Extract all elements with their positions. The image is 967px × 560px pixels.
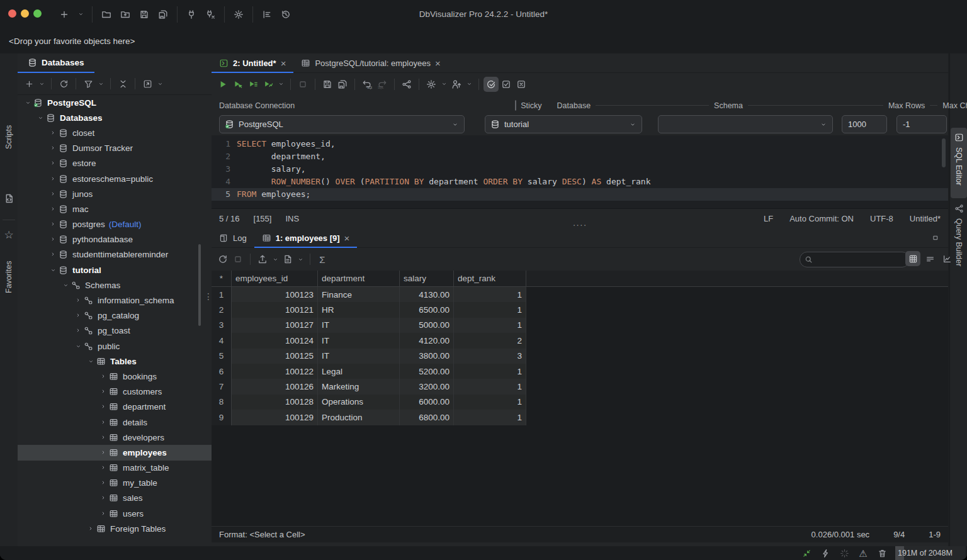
table-row[interactable]: 2100121HR6500.001 — [212, 302, 948, 317]
plus-icon[interactable] — [57, 7, 72, 22]
table-row[interactable]: 7100126Marketing3200.001 — [212, 379, 948, 394]
lines-view-icon[interactable] — [922, 251, 937, 266]
row-number[interactable]: 2 — [212, 302, 232, 317]
table-row[interactable]: 1100123Finance4130.001 — [212, 287, 948, 302]
tree-item-tutorial[interactable]: tutorial — [18, 262, 212, 277]
tree-item-sales[interactable]: sales — [18, 491, 212, 506]
tree-item-databases[interactable]: Databases — [18, 110, 212, 125]
table-row[interactable]: 3100127IT5000.001 — [212, 318, 948, 333]
chevron-right-icon[interactable] — [50, 204, 57, 214]
report-icon[interactable] — [280, 252, 295, 267]
chevron-right-icon[interactable] — [100, 432, 107, 442]
tree-item-public[interactable]: public — [18, 339, 212, 354]
editor-status-item[interactable]: LF — [764, 214, 773, 223]
chevron-down-icon[interactable] — [35, 115, 45, 121]
cell-salary[interactable]: 5000.00 — [400, 318, 454, 333]
editor-scrollbar[interactable] — [942, 138, 946, 167]
tab-favorites[interactable]: Favorites — [0, 245, 18, 308]
table-row[interactable]: 5100125IT3800.003 — [212, 349, 948, 364]
connection-select[interactable]: PostgreSQL — [219, 115, 465, 133]
chevron-down-icon[interactable] — [37, 76, 47, 91]
folder-new-icon[interactable] — [118, 7, 133, 22]
column-header-employees_id[interactable]: employees_id — [232, 271, 318, 286]
chevron-down-icon[interactable] — [276, 77, 286, 92]
schema-select[interactable] — [658, 115, 833, 133]
chevron-right-icon[interactable] — [100, 417, 107, 427]
cell-dept_rank[interactable]: 1 — [454, 364, 526, 379]
chevron-down-icon[interactable] — [48, 267, 58, 274]
filter-icon[interactable] — [81, 76, 96, 91]
tree-item-users[interactable]: users — [18, 506, 212, 521]
cell-dept_rank[interactable]: 1 — [454, 287, 526, 302]
close-icon[interactable]: × — [281, 58, 286, 69]
chevron-right-icon[interactable] — [50, 235, 57, 245]
tree-item-foreign-tables[interactable]: Foreign Tables — [18, 521, 212, 536]
save-icon[interactable] — [320, 77, 335, 92]
horizontal-splitter[interactable]: ···· — [573, 220, 587, 230]
chevron-down-icon[interactable] — [629, 121, 636, 128]
sql-editor[interactable]: 1SELECT employees_id,2 department,3 sala… — [212, 135, 948, 209]
code-line-2[interactable]: 2 department, — [212, 150, 948, 163]
history-icon[interactable] — [278, 7, 293, 22]
chevron-down-icon[interactable] — [295, 252, 305, 267]
tree-item-junos[interactable]: junos — [18, 186, 212, 201]
tree-item-pg-catalog[interactable]: pg_catalog — [18, 308, 212, 323]
gear-icon[interactable] — [424, 77, 439, 92]
chevron-down-icon[interactable] — [451, 121, 459, 128]
cell-employees_id[interactable]: 100129 — [232, 410, 318, 425]
cell-salary[interactable]: 6500.00 — [400, 302, 454, 317]
favorites-drop-bar[interactable]: <Drop your favorite objects here> — [0, 28, 967, 53]
tab-sql-editor[interactable]: SQL Editor — [951, 128, 967, 198]
cell-dept_rank[interactable]: 1 — [454, 379, 526, 394]
chevron-down-icon[interactable] — [96, 76, 106, 91]
cell-employees_id[interactable]: 100125 — [232, 349, 318, 364]
cell-salary[interactable]: 6000.00 — [400, 395, 454, 410]
chevron-right-icon[interactable] — [100, 447, 107, 457]
chevron-right-icon[interactable] — [100, 402, 107, 412]
folder-open-icon[interactable] — [99, 7, 114, 22]
cell-dept_rank[interactable]: 1 — [454, 395, 526, 410]
chevron-down-icon[interactable] — [155, 76, 165, 91]
save-icon[interactable] — [137, 7, 152, 22]
chevron-right-icon[interactable] — [100, 463, 107, 473]
cell-dept_rank[interactable]: 3 — [454, 349, 526, 364]
sidebar-scrollbar[interactable] — [198, 244, 201, 326]
code-line-3[interactable]: 3 salary, — [212, 163, 948, 176]
export-icon[interactable] — [255, 252, 270, 267]
chevron-down-icon[interactable] — [820, 121, 827, 128]
cell-dept_rank[interactable]: 1 — [454, 410, 526, 425]
chevron-down-icon[interactable] — [439, 77, 449, 92]
open-external-icon[interactable] — [140, 76, 155, 91]
tree-item-studenttimetablereminder[interactable]: studenttimetablereminder — [18, 247, 212, 262]
cell-department[interactable]: Production — [318, 410, 400, 425]
tree-item-employees[interactable]: employees — [18, 445, 212, 460]
play-icon[interactable] — [215, 77, 230, 92]
chevron-down-icon[interactable] — [73, 343, 83, 350]
flash-icon[interactable] — [818, 547, 832, 559]
x-square-icon[interactable] — [514, 77, 529, 92]
chevron-right-icon[interactable] — [50, 174, 57, 184]
stop-icon[interactable] — [230, 252, 246, 267]
row-number[interactable]: 9 — [212, 410, 232, 425]
shrink-icon[interactable] — [800, 547, 813, 559]
chevron-right-icon[interactable] — [50, 189, 57, 199]
maximize-icon[interactable] — [928, 230, 943, 245]
tree-item-pg-toast[interactable]: pg_toast — [18, 323, 212, 339]
close-icon[interactable]: × — [435, 58, 441, 69]
editor-status-item[interactable]: Auto Commit: ON — [789, 214, 854, 223]
scripts-icon[interactable] — [3, 193, 14, 204]
cell-department[interactable]: Legal — [318, 364, 400, 379]
panel-splitter[interactable]: ⋮ — [204, 294, 209, 299]
chevron-down-icon[interactable] — [270, 252, 280, 267]
warning-icon[interactable]: ⚠ — [856, 547, 870, 559]
cell-dept_rank[interactable]: 2 — [454, 333, 526, 348]
cell-employees_id[interactable]: 100128 — [232, 395, 318, 410]
table-row[interactable]: 9100129Production6800.001 — [212, 410, 948, 425]
chevron-right-icon[interactable] — [100, 371, 107, 381]
refresh-icon[interactable] — [215, 252, 230, 267]
check-square-icon[interactable] — [499, 77, 514, 92]
row-number[interactable]: 1 — [212, 287, 232, 302]
spinner-icon[interactable] — [837, 547, 851, 559]
person-up-icon[interactable] — [449, 77, 464, 92]
chevron-right-icon[interactable] — [50, 250, 57, 260]
